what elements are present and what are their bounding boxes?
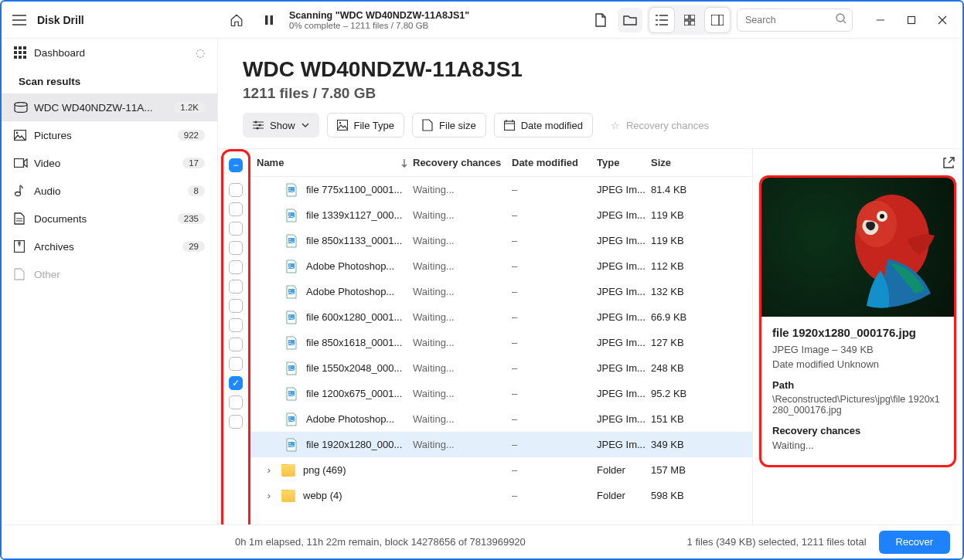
file-icon: [422, 119, 433, 131]
folder-icon[interactable]: [618, 8, 642, 32]
sidebar-item-audio[interactable]: Audio 8: [2, 177, 217, 205]
svg-rect-0: [265, 15, 268, 25]
column-header-date[interactable]: Date modified: [512, 157, 597, 168]
sidebar-item-doc[interactable]: Documents 235: [2, 205, 217, 232]
expand-arrow-icon[interactable]: ›: [264, 464, 274, 476]
file-row[interactable]: file 1339x1127_000... Waiting... – JPEG …: [250, 202, 752, 228]
file-type: Folder: [597, 464, 651, 476]
jpeg-file-icon: [284, 285, 298, 299]
row-checkbox[interactable]: [229, 241, 243, 255]
svg-point-47: [289, 315, 291, 317]
sidebar-item-archive[interactable]: Archives 29: [2, 232, 217, 260]
row-checkbox[interactable]: [229, 222, 243, 236]
file-icon[interactable]: [588, 8, 613, 32]
row-checkbox[interactable]: [229, 395, 243, 409]
file-name: png (469): [303, 464, 346, 476]
file-type: JPEG Im...: [597, 286, 651, 297]
svg-point-51: [289, 366, 291, 368]
svg-point-29: [256, 127, 258, 129]
column-header-name[interactable]: Name: [250, 157, 413, 168]
svg-point-49: [289, 341, 291, 342]
row-checkbox[interactable]: [229, 202, 243, 216]
grid-view-icon[interactable]: [677, 8, 702, 32]
row-checkbox[interactable]: [229, 357, 243, 371]
select-all-checkbox[interactable]: −: [229, 158, 243, 172]
maximize-button[interactable]: [896, 8, 927, 32]
recovery-status: Waiting...: [413, 388, 512, 399]
file-row[interactable]: file 775x1100_0001... Waiting... – JPEG …: [250, 177, 752, 202]
app-title: Disk Drill: [37, 14, 84, 26]
sidebar-item-dashboard[interactable]: Dashboard ◌: [2, 39, 217, 66]
file-row[interactable]: Adobe Photoshop... Waiting... – JPEG Im.…: [250, 406, 752, 432]
page-subtitle: 1211 files / 7.80 GB: [243, 85, 962, 102]
file-size: 349 KB: [651, 439, 708, 450]
jpeg-file-icon: [284, 361, 298, 375]
column-header-type[interactable]: Type: [597, 157, 651, 168]
svg-point-21: [15, 103, 27, 107]
svg-point-55: [289, 417, 291, 419]
sidebar-item-drive[interactable]: WDC WD40NDZW-11A... 1.2K: [2, 93, 217, 121]
file-name: file 775x1100_0001...: [306, 184, 402, 195]
sidebar-item-label: Audio: [34, 185, 188, 197]
file-type: JPEG Im...: [597, 439, 651, 450]
recovery-status: Waiting...: [413, 362, 512, 374]
file-type: JPEG Im...: [597, 311, 651, 323]
preview-datemodified: Date modified Unknown: [772, 358, 943, 370]
jpeg-file-icon: [284, 311, 298, 324]
sidebar-item-other[interactable]: Other: [2, 260, 217, 288]
open-external-icon[interactable]: [939, 154, 958, 172]
search-icon[interactable]: [836, 13, 846, 24]
row-checkbox[interactable]: [229, 415, 243, 429]
panel-view-icon[interactable]: [705, 8, 730, 32]
jpeg-file-icon: [284, 336, 298, 350]
folder-row[interactable]: ›webp (4) – Folder 598 KB: [250, 483, 752, 508]
file-row[interactable]: Adobe Photoshop... Waiting... – JPEG Im.…: [250, 253, 752, 279]
recovery-status: Waiting...: [413, 439, 512, 450]
page-title: WDC WD40NDZW-11A8JS1: [243, 57, 962, 82]
minimize-button[interactable]: [865, 8, 896, 32]
sidebar-item-image[interactable]: Pictures 922: [2, 121, 217, 149]
recovery-status: Waiting...: [413, 337, 512, 348]
sidebar-item-label: Other: [34, 269, 205, 280]
file-row[interactable]: file 1920x1280_000... Waiting... – JPEG …: [250, 432, 752, 457]
row-checkbox[interactable]: [229, 299, 243, 313]
image-icon: [14, 130, 28, 141]
sidebar-item-label: Documents: [34, 213, 178, 225]
hamburger-icon[interactable]: [12, 15, 26, 25]
file-row[interactable]: file 850x1618_0001... Waiting... – JPEG …: [250, 330, 752, 355]
preview-card-highlight: file 1920x1280_000176.jpg JPEG Image – 3…: [759, 175, 956, 467]
home-icon[interactable]: [224, 8, 249, 32]
row-checkbox[interactable]: [229, 260, 243, 274]
recover-button[interactable]: Recover: [879, 531, 950, 554]
list-view-icon[interactable]: [649, 8, 674, 32]
folder-row[interactable]: ›png (469) – Folder 157 MB: [250, 457, 752, 483]
close-button[interactable]: [927, 8, 958, 32]
filter-filetype[interactable]: File Type: [327, 113, 405, 137]
column-header-size[interactable]: Size: [651, 157, 708, 168]
row-checkbox[interactable]: [229, 338, 243, 351]
row-checkbox[interactable]: [229, 280, 243, 294]
column-header-recovery[interactable]: Recovery chances: [413, 157, 512, 168]
row-checkbox[interactable]: ✓: [229, 376, 243, 390]
file-row[interactable]: file 1550x2048_000... Waiting... – JPEG …: [250, 355, 752, 381]
file-row[interactable]: file 850x1133_0001... Waiting... – JPEG …: [250, 228, 752, 253]
expand-arrow-icon[interactable]: ›: [264, 490, 274, 501]
pause-icon[interactable]: [257, 8, 281, 32]
svg-rect-17: [23, 51, 26, 54]
file-size: 248 KB: [651, 362, 708, 374]
show-dropdown[interactable]: Show: [243, 113, 319, 137]
svg-point-25: [15, 192, 21, 196]
filter-filesize[interactable]: File size: [412, 113, 486, 137]
file-row[interactable]: Adobe Photoshop... Waiting... – JPEG Im.…: [250, 279, 752, 304]
sidebar-item-video[interactable]: Video 17: [2, 149, 217, 177]
row-checkbox[interactable]: [229, 318, 243, 332]
file-row[interactable]: file 600x1280_0001... Waiting... – JPEG …: [250, 304, 752, 330]
search-box: [737, 8, 853, 32]
filter-datemodified[interactable]: Date modified: [494, 113, 593, 137]
sidebar-item-label: WDC WD40NDZW-11A...: [34, 102, 174, 114]
file-row[interactable]: file 1200x675_0001... Waiting... – JPEG …: [250, 381, 752, 406]
svg-point-8: [836, 14, 844, 22]
jpeg-file-icon: [284, 438, 298, 452]
svg-point-43: [289, 264, 291, 266]
row-checkbox[interactable]: [229, 183, 243, 197]
